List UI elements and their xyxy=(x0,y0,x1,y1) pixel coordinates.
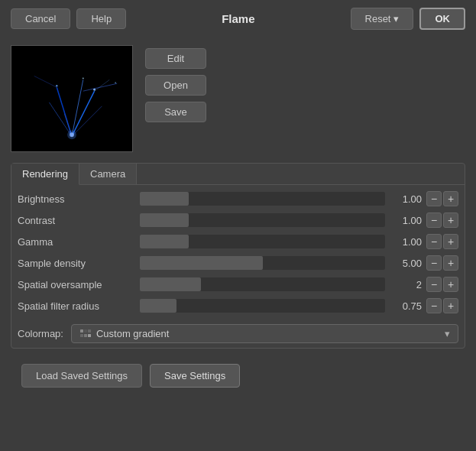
param-increment-spatial_filter_radius[interactable]: + xyxy=(443,298,458,313)
param-row-gamma: Gamma 1.00 − + xyxy=(11,231,465,252)
param-label-contrast: Contrast xyxy=(18,215,140,226)
param-label-spatial_filter_radius: Spatial filter radius xyxy=(18,300,140,312)
flame-preview-svg xyxy=(11,46,132,151)
svg-rect-19 xyxy=(80,334,83,337)
dialog-title: Flame xyxy=(222,12,254,25)
param-bar-gamma[interactable] xyxy=(140,235,385,248)
param-stepper-spatial_filter_radius: − + xyxy=(426,298,458,313)
colormap-dropdown-arrow-icon: ▾ xyxy=(445,328,450,339)
svg-rect-18 xyxy=(88,329,91,333)
param-bar-fill-gamma xyxy=(140,235,189,248)
param-value-spatial_filter_radius: 0.75 xyxy=(391,300,422,312)
colormap-row: Colormap: Custom gradient ▾ xyxy=(11,320,465,348)
bottom-row: Load Saved Settings Save Settings xyxy=(11,359,465,398)
param-stepper-spatial_oversample: − + xyxy=(426,277,458,292)
top-bar: Cancel Help Flame Reset ▾ OK xyxy=(0,0,476,37)
param-increment-sample_density[interactable]: + xyxy=(443,255,458,271)
param-value-contrast: 1.00 xyxy=(391,215,422,226)
main-content: Edit Open Save Rendering Camera Brightne… xyxy=(0,37,476,451)
param-bar-bg-spatial_filter_radius xyxy=(140,299,385,313)
param-bar-spatial_oversample[interactable] xyxy=(140,277,385,291)
param-bar-spatial_filter_radius[interactable] xyxy=(140,299,385,313)
save-settings-button[interactable]: Save Settings xyxy=(150,364,240,388)
open-button[interactable]: Open xyxy=(145,75,206,96)
reset-button[interactable]: Reset ▾ xyxy=(351,8,414,30)
param-label-sample_density: Sample density xyxy=(18,258,140,269)
param-bar-fill-spatial_oversample xyxy=(140,277,201,291)
param-bar-fill-sample_density xyxy=(140,256,263,270)
param-bar-contrast[interactable] xyxy=(140,213,385,227)
param-rows: Brightness 1.00 − + Contrast 1.00 − + Ga… xyxy=(11,185,465,320)
svg-rect-20 xyxy=(84,334,87,337)
param-decrement-spatial_oversample[interactable]: − xyxy=(426,277,442,292)
param-decrement-sample_density[interactable]: − xyxy=(426,255,442,271)
param-value-spatial_oversample: 2 xyxy=(391,279,422,290)
param-row-sample_density: Sample density 5.00 − + xyxy=(11,252,465,274)
param-increment-contrast[interactable]: + xyxy=(443,213,458,228)
param-increment-gamma[interactable]: + xyxy=(443,234,458,249)
param-stepper-brightness: − + xyxy=(426,191,458,206)
param-row-brightness: Brightness 1.00 − + xyxy=(11,188,465,209)
param-row-spatial_oversample: Spatial oversample 2 − + xyxy=(11,274,465,295)
param-value-gamma: 1.00 xyxy=(391,236,422,248)
svg-point-14 xyxy=(115,82,116,83)
param-row-contrast: Contrast 1.00 − + xyxy=(11,209,465,231)
svg-point-12 xyxy=(56,85,57,86)
top-bar-right: Reset ▾ OK xyxy=(351,8,465,30)
param-label-gamma: Gamma xyxy=(18,236,140,248)
svg-rect-21 xyxy=(88,334,91,337)
param-value-brightness: 1.00 xyxy=(391,193,422,205)
help-button[interactable]: Help xyxy=(76,8,126,29)
svg-rect-16 xyxy=(80,329,83,333)
colormap-grid-icon xyxy=(79,329,92,339)
top-bar-left: Cancel Help xyxy=(11,8,126,29)
param-bar-brightness[interactable] xyxy=(140,192,385,206)
cancel-button[interactable]: Cancel xyxy=(11,8,70,29)
param-bar-fill-contrast xyxy=(140,213,189,227)
svg-point-11 xyxy=(93,89,96,91)
param-increment-brightness[interactable]: + xyxy=(443,191,458,206)
svg-point-10 xyxy=(67,130,76,139)
param-row-spatial_filter_radius: Spatial filter radius 0.75 − + xyxy=(11,295,465,316)
param-stepper-sample_density: − + xyxy=(426,255,458,271)
preview-row: Edit Open Save xyxy=(11,45,465,152)
param-decrement-gamma[interactable]: − xyxy=(426,234,442,249)
tabs: Rendering Camera xyxy=(11,164,465,185)
preview-canvas xyxy=(11,45,133,152)
reset-chevron-icon: ▾ xyxy=(393,13,399,24)
param-value-sample_density: 5.00 xyxy=(391,258,422,269)
save-button[interactable]: Save xyxy=(145,102,206,122)
edit-button[interactable]: Edit xyxy=(145,48,206,69)
tab-camera[interactable]: Camera xyxy=(79,164,137,184)
param-decrement-spatial_filter_radius[interactable]: − xyxy=(426,298,442,313)
param-stepper-contrast: − + xyxy=(426,213,458,228)
reset-label: Reset xyxy=(365,13,391,24)
param-decrement-brightness[interactable]: − xyxy=(426,191,442,206)
settings-panel: Rendering Camera Brightness 1.00 − + Con… xyxy=(11,163,465,349)
param-bar-fill-spatial_filter_radius xyxy=(140,299,176,313)
tab-rendering[interactable]: Rendering xyxy=(11,164,79,185)
param-increment-spatial_oversample[interactable]: + xyxy=(443,277,458,292)
param-bar-sample_density[interactable] xyxy=(140,256,385,270)
param-decrement-contrast[interactable]: − xyxy=(426,213,442,228)
preview-buttons: Edit Open Save xyxy=(145,48,206,122)
param-label-spatial_oversample: Spatial oversample xyxy=(18,279,140,290)
colormap-value: Custom gradient xyxy=(96,328,169,339)
param-stepper-gamma: − + xyxy=(426,234,458,249)
load-settings-button[interactable]: Load Saved Settings xyxy=(21,364,142,388)
ok-button[interactable]: OK xyxy=(419,8,465,30)
colormap-label: Colormap: xyxy=(18,328,63,339)
param-label-brightness: Brightness xyxy=(18,193,140,205)
svg-rect-17 xyxy=(84,329,87,333)
svg-point-13 xyxy=(83,77,84,79)
colormap-select[interactable]: Custom gradient ▾ xyxy=(71,324,458,343)
param-bar-fill-brightness xyxy=(140,192,189,206)
